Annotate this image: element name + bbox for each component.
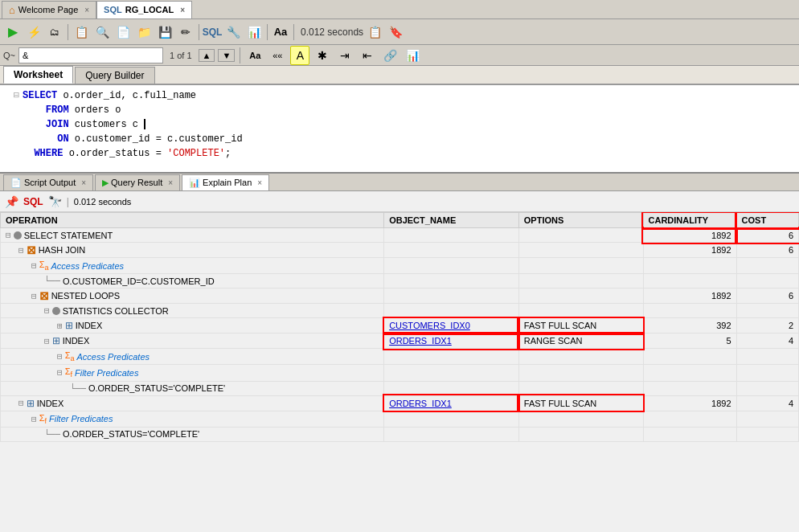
toolbar-time: 0.012 seconds [301, 27, 363, 38]
toolbar-btn-7[interactable]: ✏ [176, 23, 195, 42]
cardinality-cell-11: 1892 [643, 395, 736, 411]
toolbar-btn-12[interactable]: 📋 [365, 23, 384, 42]
sql-line-1: ⊟ SELECT o.order_id, c.full_name [6, 88, 793, 103]
cost-cell-9 [736, 365, 798, 381]
main-toolbar: ▶ ⚡ 🗂 📋 🔍 📄 📁 💾 ✏ SQL 🔧 📊 Aa 0.012 secon… [0, 19, 799, 45]
hash-icon: ⊠ [27, 244, 36, 256]
cardinality-cell-1: 1892 [643, 243, 736, 258]
tab-script-output[interactable]: 📄 Script Output × [3, 174, 93, 190]
welcome-tab-close[interactable]: × [84, 6, 89, 14]
operation-text: INDEX [63, 336, 90, 346]
cardinality-cell-5 [643, 304, 736, 318]
query-result-close[interactable]: × [168, 178, 173, 187]
tab-rg-local[interactable]: SQL RG_LOCAL × [96, 1, 192, 18]
asterisk-btn[interactable]: ✱ [313, 46, 332, 65]
obj-name-cell-3 [384, 274, 519, 289]
options-cell-0 [518, 228, 643, 243]
toolbar-btn-4[interactable]: 📄 [113, 23, 133, 42]
tab-query-result[interactable]: ▶ Query Result × [95, 174, 180, 190]
sql-line-2: FROM orders o [6, 103, 793, 117]
toolbar-btn-8[interactable]: SQL [203, 23, 222, 42]
op-cell-6: ⊞ ⊞INDEX [1, 318, 384, 334]
circle-icon [52, 307, 60, 315]
operation-text: INDEX [76, 321, 103, 330]
dblink-btn[interactable]: 🔗 [380, 46, 400, 65]
binoculars-icon: 🔭 [48, 195, 62, 208]
obj-name-cell-9 [384, 365, 519, 381]
cardinality-cell-9 [643, 365, 736, 381]
sql-line-4: ON o.customer_id = c.customer_id [6, 132, 793, 146]
db-icon: ⊞ [27, 398, 35, 409]
obj-name-cell-10 [384, 381, 519, 395]
search-nav-up[interactable]: ▲ [199, 49, 215, 62]
tree-symbol: ⊟ [18, 398, 24, 408]
special-chars-btn[interactable]: «« [268, 46, 287, 65]
cardinality-cell-0: 1892 [643, 228, 736, 243]
toolbar-btn-9[interactable]: 🔧 [223, 23, 243, 42]
obj-link[interactable]: ORDERS_IDX1 [389, 336, 452, 346]
toolbar-btn-2[interactable]: 📋 [72, 23, 91, 42]
cost-cell-0: 6 [736, 228, 798, 243]
cost-cell-10 [736, 381, 798, 395]
obj-name-cell-13 [384, 427, 519, 441]
indent-btn[interactable]: ⇥ [335, 46, 354, 65]
sql-badge-label: SQL [23, 196, 43, 207]
toolbar-btn-5[interactable]: 📁 [134, 23, 154, 42]
run-button[interactable]: ▶ [3, 23, 23, 42]
col-operation: OPERATION [1, 213, 384, 228]
tab-worksheet[interactable]: Worksheet [3, 66, 73, 84]
obj-name-cell-5 [384, 304, 519, 318]
table-header-row: OPERATION OBJECT_NAME OPTIONS CARDINALIT… [1, 213, 799, 228]
sep-3 [267, 24, 268, 40]
table-row: ⊟ ΣfFilter Predicates [1, 411, 799, 427]
table-btn[interactable]: 📊 [403, 46, 422, 65]
welcome-tab-icon: ⌂ [9, 4, 15, 16]
obj-link[interactable]: CUSTOMERS_IDX0 [389, 321, 470, 330]
pin-icon: 📌 [5, 195, 18, 208]
options-cell-13 [518, 427, 643, 441]
operation-text: Filter Predicates [49, 414, 113, 424]
sigma-filter-icon: Σf [39, 413, 47, 425]
script-output-close[interactable]: × [81, 178, 86, 187]
toolbar-btn-13[interactable]: 🔖 [386, 23, 405, 42]
operation-text: INDEX [37, 399, 64, 408]
toolbar-btn-1[interactable]: 🗂 [45, 23, 64, 42]
run-script-button[interactable]: ⚡ [24, 23, 43, 42]
outdent-btn[interactable]: ⇤ [358, 46, 377, 65]
font-size-btn[interactable]: Aa [245, 46, 264, 65]
db-icon: ⊞ [65, 320, 73, 331]
rg-local-tab-close[interactable]: × [180, 6, 185, 14]
op-cell-7: ⊟ ⊞INDEX [1, 334, 384, 349]
explain-plan-table-wrapper[interactable]: OPERATION OBJECT_NAME OPTIONS CARDINALIT… [0, 212, 799, 532]
cardinality-cell-8 [643, 349, 736, 365]
col-cardinality: CARDINALITY [643, 213, 736, 228]
cost-cell-13 [736, 427, 798, 441]
toolbar-btn-11[interactable]: Aa [271, 23, 290, 42]
options-cell-9 [518, 365, 643, 381]
table-row: ⊟ STATISTICS COLLECTOR [1, 304, 799, 318]
tree-symbol: ⊟ [57, 367, 63, 378]
format-btn[interactable]: A [290, 46, 309, 65]
toolbar-btn-6[interactable]: 💾 [155, 23, 174, 42]
obj-name-cell-6: CUSTOMERS_IDX0 [384, 318, 519, 334]
op-cell-10: └── O.ORDER_STATUS='COMPLETE' [1, 381, 384, 395]
search-input[interactable] [18, 47, 163, 63]
panel-tabs: Worksheet Query Builder [0, 66, 799, 85]
toolbar-btn-10[interactable]: 📊 [244, 23, 264, 42]
op-cell-0: ⊟ SELECT STATEMENT [1, 228, 384, 243]
tab-worksheet-label: Worksheet [14, 69, 63, 80]
cost-cell-3 [736, 274, 798, 289]
explain-plan-close[interactable]: × [257, 178, 262, 187]
table-row: └── O.ORDER_STATUS='COMPLETE' [1, 381, 799, 395]
tab-welcome[interactable]: ⌂ Welcome Page × [2, 1, 96, 18]
search-nav-down[interactable]: ▼ [218, 49, 235, 62]
obj-link[interactable]: ORDERS_IDX1 [389, 399, 452, 408]
toolbar-btn-3[interactable]: 🔍 [92, 23, 112, 42]
sql-line-5: WHERE o.order_status = 'COMPLETE'; [6, 146, 793, 161]
sql-editor[interactable]: ⊟ SELECT o.order_id, c.full_name FROM or… [0, 85, 799, 174]
obj-name-cell-11: ORDERS_IDX1 [384, 395, 519, 411]
cost-cell-7: 4 [736, 334, 798, 349]
tree-symbol: ⊟ [44, 305, 50, 316]
tab-explain-plan[interactable]: 📊 Explain Plan × [182, 174, 269, 190]
tab-query-builder[interactable]: Query Builder [75, 67, 154, 84]
